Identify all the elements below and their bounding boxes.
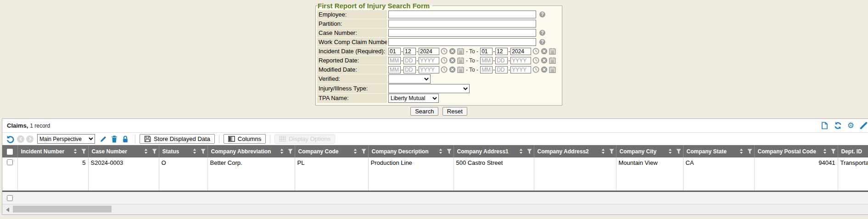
- search-button[interactable]: Search: [410, 107, 438, 116]
- scroll-left-arrow-icon[interactable]: [6, 208, 9, 212]
- column-header-status[interactable]: Status: [159, 145, 207, 157]
- calendar-icon[interactable]: [457, 48, 464, 55]
- reported-to-month[interactable]: [480, 57, 493, 64]
- time-picker-icon[interactable]: [441, 66, 448, 73]
- incident-to-day[interactable]: [495, 48, 508, 55]
- column-header-incident-number[interactable]: Incident Number: [17, 145, 88, 157]
- filter-icon[interactable]: [527, 149, 532, 154]
- partition-input[interactable]: [388, 20, 536, 28]
- column-header-company-description[interactable]: Company Description: [368, 145, 454, 157]
- filter-icon[interactable]: [831, 149, 836, 154]
- column-header-company-address1[interactable]: Company Address1: [454, 145, 534, 157]
- modified-to-year[interactable]: [510, 66, 531, 73]
- reported-from-day[interactable]: [403, 57, 416, 64]
- sort-icon[interactable]: [668, 148, 672, 154]
- time-picker-icon[interactable]: [441, 57, 448, 64]
- modified-from-month[interactable]: [388, 66, 401, 73]
- filter-icon[interactable]: [201, 149, 206, 154]
- clear-date-icon[interactable]: [449, 66, 456, 73]
- clear-date-icon[interactable]: [449, 48, 456, 55]
- column-header-company-postal-code[interactable]: Company Postal Code: [754, 145, 838, 157]
- previous-perspective-button[interactable]: [17, 135, 24, 143]
- filter-icon[interactable]: [676, 149, 681, 154]
- scrollbar-thumb[interactable]: [13, 206, 112, 213]
- sort-icon[interactable]: [519, 148, 523, 154]
- help-icon[interactable]: [539, 30, 545, 36]
- time-picker-icon[interactable]: [441, 48, 448, 55]
- clear-date-icon[interactable]: [541, 66, 548, 73]
- columns-button[interactable]: Columns: [224, 134, 266, 144]
- sort-icon[interactable]: [601, 148, 605, 154]
- filter-icon[interactable]: [747, 149, 752, 154]
- calendar-icon[interactable]: [549, 48, 556, 55]
- sort-icon[interactable]: [192, 148, 197, 154]
- work-comp-claim-input[interactable]: [388, 38, 536, 46]
- column-header-company-abbreviation[interactable]: Company Abbreviation: [207, 145, 295, 157]
- column-header-dept-id[interactable]: Dept. ID: [838, 145, 868, 157]
- sort-icon[interactable]: [144, 148, 148, 154]
- injury-illness-type-select[interactable]: [388, 84, 470, 93]
- select-all-checkbox[interactable]: [7, 149, 13, 155]
- sort-icon[interactable]: [73, 148, 78, 154]
- reported-from-month[interactable]: [388, 57, 401, 64]
- sort-icon[interactable]: [280, 148, 284, 154]
- row-checkbox[interactable]: [7, 159, 13, 165]
- reset-button[interactable]: Reset: [442, 107, 467, 116]
- clear-date-icon[interactable]: [541, 48, 548, 55]
- undo-icon[interactable]: [6, 135, 15, 143]
- calendar-icon[interactable]: [457, 57, 464, 64]
- gear-icon[interactable]: ⚙: [847, 122, 854, 129]
- column-header-company-address2[interactable]: Company Address2: [534, 145, 616, 157]
- reported-to-day[interactable]: [495, 57, 508, 64]
- calendar-icon[interactable]: [549, 66, 556, 73]
- wrench-icon[interactable]: [860, 122, 868, 129]
- clear-date-icon[interactable]: [541, 57, 548, 64]
- sort-icon[interactable]: [353, 148, 358, 154]
- incident-from-day[interactable]: [403, 48, 416, 55]
- modified-from-day[interactable]: [403, 66, 416, 73]
- tpa-name-select[interactable]: Liberty Mutual: [388, 94, 439, 103]
- perspective-select[interactable]: Main Perspective: [37, 134, 95, 144]
- store-displayed-data-button[interactable]: Store Displayed Data: [140, 134, 215, 144]
- filter-icon[interactable]: [609, 149, 614, 154]
- help-icon[interactable]: [539, 11, 545, 17]
- incident-from-month[interactable]: [388, 48, 401, 55]
- help-icon[interactable]: [539, 39, 545, 45]
- calendar-icon[interactable]: [457, 66, 464, 73]
- time-picker-icon[interactable]: [532, 57, 539, 64]
- sort-icon[interactable]: [823, 148, 827, 154]
- sort-icon[interactable]: [438, 148, 443, 154]
- column-header-case-number[interactable]: Case Number: [88, 145, 159, 157]
- modified-to-day[interactable]: [495, 66, 508, 73]
- verified-select[interactable]: [388, 74, 431, 84]
- filter-icon[interactable]: [152, 149, 157, 154]
- modified-from-year[interactable]: [419, 66, 439, 73]
- filter-icon[interactable]: [81, 149, 86, 154]
- calendar-icon[interactable]: [549, 57, 556, 64]
- filter-icon[interactable]: [447, 149, 452, 154]
- new-document-icon[interactable]: [821, 122, 829, 129]
- filter-icon[interactable]: [361, 149, 366, 154]
- modified-to-month[interactable]: [480, 66, 493, 73]
- select-all-header[interactable]: [2, 145, 17, 157]
- column-header-company-state[interactable]: Company State: [683, 145, 754, 157]
- refresh-icon[interactable]: [834, 122, 842, 129]
- time-picker-icon[interactable]: [532, 66, 539, 73]
- column-header-company-city[interactable]: Company City: [616, 145, 683, 157]
- employee-input[interactable]: [388, 11, 536, 18]
- sort-icon[interactable]: [739, 148, 744, 154]
- time-picker-icon[interactable]: [532, 48, 539, 55]
- filter-icon[interactable]: [288, 149, 293, 154]
- reported-from-year[interactable]: [419, 57, 439, 64]
- incident-to-year[interactable]: [510, 48, 531, 55]
- incident-from-year[interactable]: [419, 48, 439, 55]
- horizontal-scrollbar[interactable]: [2, 204, 868, 214]
- incident-to-month[interactable]: [480, 48, 493, 55]
- reported-to-year[interactable]: [510, 57, 531, 64]
- case-number-input[interactable]: [388, 29, 536, 37]
- column-header-company-code[interactable]: Company Code: [295, 145, 368, 157]
- clear-date-icon[interactable]: [449, 57, 456, 64]
- footer-checkbox[interactable]: [7, 195, 13, 201]
- delete-trash-icon[interactable]: [111, 135, 118, 143]
- claims-row[interactable]: 5S2024-0003OBetter Corp.PLProduction Lin…: [2, 157, 868, 191]
